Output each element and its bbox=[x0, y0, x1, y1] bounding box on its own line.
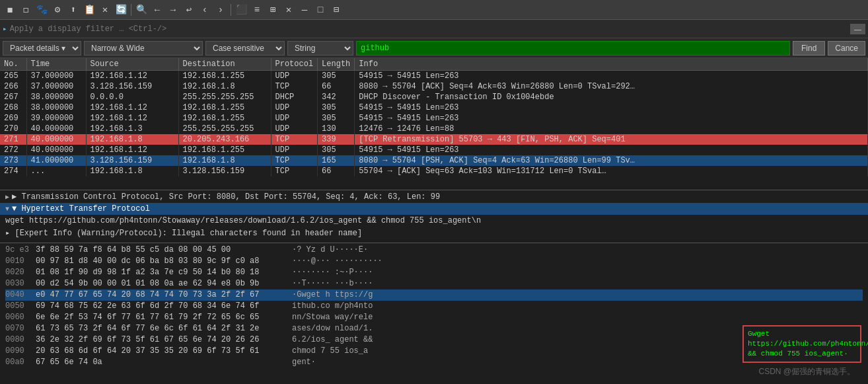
hex-ascii: ·Gwget h ttps://g bbox=[292, 289, 373, 301]
col-header-dst[interactable]: Destination bbox=[178, 58, 271, 71]
cell-time: 38.000000 bbox=[26, 102, 86, 113]
hex-ascii: chmod 7 55 ios_a bbox=[292, 346, 368, 357]
cell-proto: TCP bbox=[271, 166, 318, 176]
hex-offset: 0050 bbox=[5, 301, 30, 312]
hex-bytes: 00 97 81 d8 40 00 dc 06 ba b8 03 80 9c 9… bbox=[36, 256, 287, 267]
hex-row: 0040e0 47 77 67 65 74 20 68 74 74 70 73 … bbox=[5, 289, 863, 301]
cell-no: 270 bbox=[0, 124, 26, 134]
cell-time: ... bbox=[26, 166, 86, 176]
search-value-input[interactable] bbox=[356, 41, 790, 56]
cancel-button[interactable]: Cance bbox=[828, 41, 865, 56]
string-type-dropdown[interactable]: String bbox=[287, 41, 353, 56]
packet-table-body: 26537.000000192.168.1.12192.168.1.255UDP… bbox=[0, 71, 868, 177]
hex-ascii: ····@··· ·········· bbox=[292, 256, 382, 267]
col-header-len[interactable]: Length bbox=[318, 58, 355, 71]
table-row[interactable]: 27341.0000003.128.156.159192.168.1.8TCP1… bbox=[0, 155, 868, 166]
cell-proto: TCP bbox=[271, 134, 318, 145]
cell-src: 192.168.1.12 bbox=[86, 113, 178, 124]
details-panel: ▶ ▶ Transmission Control Protocol, Src P… bbox=[0, 190, 868, 243]
col-header-src[interactable]: Source bbox=[86, 58, 178, 71]
cell-dst: 255.255.255.255 bbox=[178, 124, 271, 134]
toolbar-icon-close[interactable]: ✕ bbox=[281, 3, 296, 17]
hex-offset: 9c e3 bbox=[5, 245, 30, 256]
toolbar-icon-next[interactable]: › bbox=[213, 3, 228, 17]
detail-item-http[interactable]: ▼ ▼ Hypertext Transfer Protocol bbox=[0, 203, 868, 215]
cell-no: 267 bbox=[0, 92, 26, 102]
cell-time: 38.000000 bbox=[26, 92, 86, 102]
toolbar-icon-undo[interactable]: ↩ bbox=[182, 3, 196, 17]
hex-offset: 0030 bbox=[5, 278, 30, 289]
cell-len: 66 bbox=[318, 166, 355, 176]
table-row[interactable]: 26939.000000192.168.1.12192.168.1.255UDP… bbox=[0, 113, 868, 124]
cell-no: 272 bbox=[0, 145, 26, 155]
table-row[interactable]: 27140.000000192.168.1.820.205.243.166TCP… bbox=[0, 134, 868, 145]
filter-collapse-button[interactable]: — bbox=[850, 24, 865, 34]
case-sensitive-dropdown[interactable]: Case sensitive bbox=[205, 41, 285, 56]
cell-info: DHCP Discover - Transaction ID 0x1004ebd… bbox=[355, 92, 868, 102]
detail-item-tcp[interactable]: ▶ ▶ Transmission Control Protocol, Src P… bbox=[0, 190, 868, 203]
packet-details-dropdown[interactable]: Packet details ▾ bbox=[3, 41, 81, 56]
hex-row: 008036 2e 32 2f 69 6f 73 5f 61 67 65 6e … bbox=[5, 334, 863, 346]
toolbar-icon-3[interactable]: 🐾 bbox=[34, 3, 49, 17]
detail-expand-arrow-http: ▼ bbox=[5, 206, 9, 213]
col-header-no[interactable]: No. bbox=[0, 58, 26, 71]
table-row[interactable]: 26637.0000003.128.156.159192.168.1.8TCP6… bbox=[0, 81, 868, 92]
col-header-proto[interactable]: Protocol bbox=[271, 58, 318, 71]
toolbar-icon-8[interactable]: 🔄 bbox=[114, 3, 128, 17]
col-header-info[interactable]: Info bbox=[355, 58, 868, 71]
hex-bytes: 6e 6e 2f 53 74 6f 77 61 77 61 79 2f 72 6… bbox=[36, 312, 287, 323]
cell-len: 339 bbox=[318, 134, 355, 145]
hex-bytes: e0 47 77 67 65 74 20 68 74 74 70 73 3a 2… bbox=[36, 289, 287, 301]
hex-panel: 9c e33f 88 59 7a f8 64 b8 55 c5 da 08 00… bbox=[0, 243, 868, 369]
toolbar-icon-restore[interactable]: ⊟ bbox=[329, 3, 344, 17]
hex-row: 003000 d2 54 9b 00 00 01 01 08 0a ae 62 … bbox=[5, 278, 863, 289]
toolbar-icon-list[interactable]: ≡ bbox=[250, 3, 264, 17]
cell-info: 8080 → 55704 [ACK] Seq=4 Ack=63 Win=2688… bbox=[355, 81, 868, 92]
table-row[interactable]: 274...192.168.1.83.128.156.159TCP6655704… bbox=[0, 166, 868, 176]
toolbar-icon-7[interactable]: ✕ bbox=[98, 3, 112, 17]
toolbar-icon-grid[interactable]: ⊞ bbox=[266, 3, 280, 17]
col-header-time[interactable]: Time bbox=[26, 58, 86, 71]
cell-src: 192.168.1.12 bbox=[86, 145, 178, 155]
toolbar-icon-5[interactable]: ⬆ bbox=[66, 3, 81, 17]
cell-len: 165 bbox=[318, 155, 355, 166]
toolbar-icon-max[interactable]: □ bbox=[313, 3, 328, 17]
toolbar-icon-capture[interactable]: ⬛ bbox=[234, 3, 248, 17]
detail-item-expert[interactable]: ▸ [Expert Info (Warning/Protocol): Illeg… bbox=[0, 227, 868, 239]
table-row[interactable]: 27040.000000192.168.1.3255.255.255.255UD… bbox=[0, 124, 868, 134]
table-row[interactable]: 27240.000000192.168.1.12192.168.1.255UDP… bbox=[0, 145, 868, 155]
detail-label-http: ▼ Hypertext Transfer Protocol bbox=[12, 204, 150, 213]
cell-proto: UDP bbox=[271, 102, 318, 113]
narrow-wide-dropdown[interactable]: Narrow & Wide bbox=[84, 41, 203, 56]
hex-bytes: 00 d2 54 9b 00 00 01 01 08 0a ae 62 94 e… bbox=[36, 278, 287, 289]
cell-len: 66 bbox=[318, 81, 355, 92]
toolbar-icon-search[interactable]: 🔍 bbox=[134, 3, 149, 17]
detail-item-wget[interactable]: wget https://github.com/ph4ntonn/Stowawa… bbox=[0, 215, 868, 227]
hex-row: 009020 63 68 6d 6f 64 20 37 35 35 20 69 … bbox=[5, 346, 863, 357]
toolbar-icon-prev[interactable]: ‹ bbox=[198, 3, 212, 17]
toolbar-icon-min[interactable]: — bbox=[297, 3, 312, 17]
toolbar-icon-4[interactable]: ⚙ bbox=[50, 3, 65, 17]
cell-src: 192.168.1.8 bbox=[86, 134, 178, 145]
detail-label-tcp: ▶ Transmission Control Protocol, Src Por… bbox=[12, 192, 440, 202]
toolbar-icon-back[interactable]: ← bbox=[150, 3, 164, 17]
toolbar-icon-1[interactable]: ◼ bbox=[3, 3, 17, 17]
cell-time: 37.000000 bbox=[26, 71, 86, 82]
cell-proto: UDP bbox=[271, 145, 318, 155]
toolbar-icon-fwd[interactable]: → bbox=[166, 3, 180, 17]
hex-ascii: ithub.co m/ph4nto bbox=[292, 301, 373, 312]
cell-info: 55704 → [ACK] Seq=63 Ack=103 Win=131712 … bbox=[355, 166, 868, 176]
table-row[interactable]: 26738.0000000.0.0.0255.255.255.255DHCP34… bbox=[0, 92, 868, 102]
toolbar-icon-6[interactable]: 📋 bbox=[82, 3, 96, 17]
toolbar-icon-2[interactable]: ◻ bbox=[18, 3, 33, 17]
hex-row: 007061 73 65 73 2f 64 6f 77 6e 6c 6f 61 … bbox=[5, 323, 863, 334]
find-button[interactable]: Find bbox=[793, 41, 825, 56]
hex-row: 9c e33f 88 59 7a f8 64 b8 55 c5 da 08 00… bbox=[5, 245, 863, 256]
cell-no: 274 bbox=[0, 166, 26, 176]
table-row[interactable]: 26537.000000192.168.1.12192.168.1.255UDP… bbox=[0, 71, 868, 82]
cell-len: 130 bbox=[318, 124, 355, 134]
search-bar: Packet details ▾ Narrow & Wide Case sens… bbox=[0, 38, 868, 58]
filter-input[interactable] bbox=[10, 24, 848, 34]
packet-table: No. Time Source Destination Protocol Len… bbox=[0, 58, 868, 176]
table-row[interactable]: 26838.000000192.168.1.12192.168.1.255UDP… bbox=[0, 102, 868, 113]
